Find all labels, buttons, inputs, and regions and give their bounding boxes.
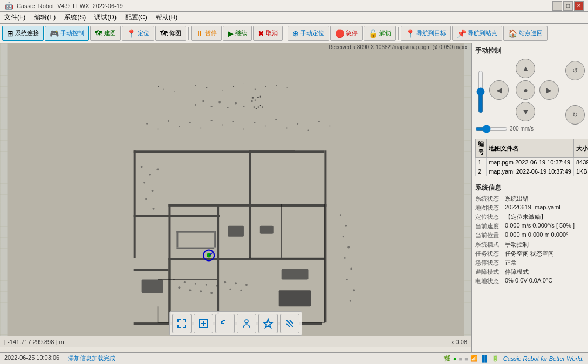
status-green-icon: ● — [453, 355, 457, 362]
menu-help[interactable]: 帮助(H) — [154, 13, 180, 22]
close-button[interactable]: ✕ — [574, 1, 584, 11]
nav-target-button[interactable]: 📍 导航到目标 — [401, 26, 451, 41]
svg-point-54 — [149, 174, 151, 176]
svg-point-78 — [224, 281, 226, 283]
system-info-section: 系统信息 系统状态 系统出错 地图状态 20220619_map.yaml 定位… — [472, 180, 588, 352]
map-svg — [0, 43, 471, 336]
map-fit-screen-button[interactable] — [172, 314, 192, 333]
map-zoom-fit-button[interactable] — [194, 314, 213, 333]
build-map-button[interactable]: 🗺 建图 — [90, 26, 121, 41]
svg-rect-34 — [249, 204, 324, 207]
statusbar-datetime: 2022-06-25 10:03:06 — [4, 354, 59, 362]
map-set-target-button[interactable] — [258, 314, 278, 333]
nav-waypoint-button[interactable]: 📌 导航到站点 — [452, 26, 502, 41]
statusbar: 2022-06-25 10:03:06 添加信息加载完成 🌿 ● ■ ■ 📶 ▐… — [0, 352, 588, 364]
minimize-button[interactable]: — — [552, 1, 562, 11]
statusbar-icons: 🌿 ● ■ ■ 📶 ▐▌ 🔋 — [443, 355, 499, 362]
svg-point-43 — [233, 121, 234, 122]
svg-rect-15 — [257, 97, 259, 98]
map-reset-button[interactable] — [215, 314, 235, 333]
info-emergency: 急停状态 正常 — [475, 259, 585, 267]
svg-rect-33 — [324, 150, 326, 207]
ctrl-rotate-ccw-button[interactable]: ↺ — [565, 61, 585, 80]
signal-icon: ▐▌ — [480, 355, 489, 362]
ctrl-up-button[interactable]: ▲ — [516, 59, 535, 78]
menubar: 文件(F) 编辑(E) 系统(S) 调试(D) 配置(C) 帮助(H) — [0, 12, 588, 24]
ctrl-down-button[interactable]: ▼ — [516, 102, 535, 121]
unlock-label: 解锁 — [379, 29, 391, 37]
ctrl-rotate-cw-button[interactable]: ↻ — [565, 105, 585, 125]
info-battery: 电地状态 0% 0.0V 0.0A 0°C — [475, 277, 585, 285]
table-row: 1 map.pgm 2022-06-19 10:37:49 84393KB — [476, 158, 589, 167]
localize-button[interactable]: 📍 定位 — [122, 26, 154, 41]
emergency-button[interactable]: 🛑 急停 — [330, 26, 363, 41]
manual-ctrl-button[interactable]: 🎮 手动控制 — [45, 26, 89, 41]
map-canvas[interactable] — [0, 43, 471, 336]
pause-button[interactable]: ⏸ 暂停 — [191, 26, 222, 41]
ctrl-center-button[interactable]: ● — [516, 80, 535, 100]
svg-point-90 — [251, 100, 253, 102]
svg-rect-92 — [256, 108, 257, 109]
edit-map-label: 修图 — [169, 29, 181, 37]
speed-vertical-slider[interactable] — [475, 70, 486, 113]
manual-pos-label: 手动定位 — [300, 29, 324, 37]
cancel-button[interactable]: ✖ 取消 — [253, 26, 283, 41]
info-task: 任务状态 任务空闲 状态空闲 — [475, 250, 585, 258]
info-position: 当前位置 0.000 m 0.000 m 0.000° — [475, 231, 585, 239]
speed-slider[interactable] — [475, 127, 508, 131]
system-conn-button[interactable]: ⊞ 系统连接 — [2, 26, 44, 41]
svg-point-49 — [297, 123, 298, 125]
toolbar-sep-3 — [398, 27, 399, 40]
unlock-icon: 🔓 — [368, 29, 378, 38]
map-bottom-toolbar — [169, 311, 302, 336]
svg-point-36 — [158, 128, 159, 129]
statusbar-brand: Cassie Robot for Better World. — [503, 355, 584, 362]
menu-debug[interactable]: 调试(D) — [92, 13, 119, 22]
map-set-pose-button[interactable] — [237, 314, 256, 333]
station-loop-label: 站点巡回 — [519, 29, 543, 37]
svg-point-86 — [218, 101, 221, 104]
unlock-button[interactable]: 🔓 解锁 — [364, 26, 396, 41]
station-loop-button[interactable]: 🏠 站点巡回 — [503, 26, 548, 41]
build-map-icon: 🗺 — [95, 29, 102, 38]
svg-rect-16 — [260, 96, 261, 98]
info-obstacle: 避障模式 停障模式 — [475, 268, 585, 276]
system-conn-icon: ⊞ — [7, 29, 13, 38]
svg-rect-5 — [206, 87, 207, 88]
ctrl-right-button[interactable]: ▶ — [539, 80, 559, 100]
map-tools-button[interactable] — [280, 314, 299, 333]
pause-icon: ⏸ — [196, 29, 203, 38]
svg-rect-93 — [258, 107, 259, 108]
svg-point-73 — [195, 283, 196, 285]
svg-rect-102 — [142, 279, 163, 293]
nav-waypoint-label: 导航到站点 — [468, 29, 497, 37]
svg-point-47 — [275, 119, 277, 120]
svg-point-80 — [235, 282, 237, 284]
edit-map-button[interactable]: 🗺 修图 — [155, 26, 186, 41]
svg-rect-17 — [134, 150, 136, 258]
status-gray-icon-1: ■ — [459, 355, 463, 362]
svg-point-38 — [179, 126, 180, 127]
file-name-2: map.yaml 2022-06-19 10:37:49 — [487, 167, 574, 176]
emergency-icon: 🛑 — [335, 29, 344, 38]
map-received-info: Received a 8090 X 10682 /maps/map.pgm @ … — [329, 44, 467, 50]
manual-pos-button[interactable]: ⊕ 手动定位 — [288, 26, 329, 41]
svg-point-46 — [265, 125, 266, 126]
map-area[interactable]: Received a 8090 X 10682 /maps/map.pgm @ … — [0, 43, 472, 352]
maximize-button[interactable]: □ — [563, 1, 573, 11]
menu-system[interactable]: 系统(S) — [62, 13, 88, 22]
manual-ctrl-icon: 🎮 — [50, 29, 59, 38]
resume-button[interactable]: ▶ 继续 — [223, 26, 252, 41]
info-speed: 当前速度 0.000 m/s 0.000°/s [ 50% ] — [475, 222, 585, 230]
menu-file[interactable]: 文件(F) — [2, 13, 28, 22]
menu-config[interactable]: 配置(C) — [123, 13, 149, 22]
titlebar: 🤖 Cassie_Robot_V4.9_LFWX_2022-06-19 — □ … — [0, 0, 588, 12]
svg-point-42 — [222, 124, 223, 125]
svg-point-64 — [344, 257, 346, 259]
svg-point-83 — [195, 104, 196, 106]
ctrl-empty-br — [539, 102, 562, 121]
ctrl-left-button[interactable]: ◀ — [489, 80, 509, 100]
menu-edit[interactable]: 编辑(E) — [32, 13, 58, 22]
svg-point-74 — [200, 290, 202, 292]
leaf-icon: 🌿 — [443, 355, 451, 362]
